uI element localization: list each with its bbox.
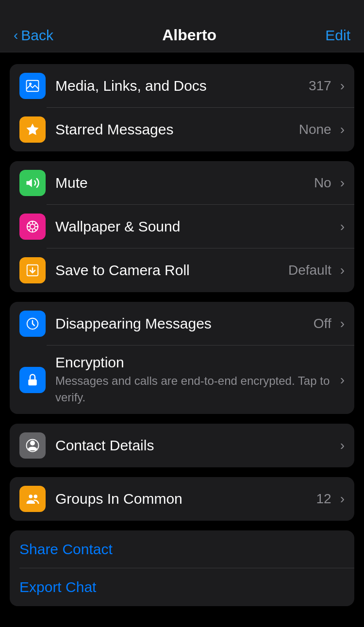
media-links-docs-right: 317 ›	[309, 78, 345, 94]
disappearing-icon	[19, 311, 46, 337]
svg-point-5	[30, 224, 35, 229]
lock-icon	[19, 367, 46, 393]
star-icon	[19, 116, 46, 143]
groups-in-common-content: Groups In Common	[55, 491, 316, 507]
groups-icon	[19, 486, 46, 512]
export-chat-item[interactable]: Export Chat	[10, 568, 354, 606]
disappearing-messages-content: Disappearing Messages	[55, 315, 314, 332]
section-groups-common: Groups In Common 12 ›	[10, 477, 354, 521]
edit-button[interactable]: Edit	[325, 27, 350, 44]
save-camera-roll-label: Save to Camera Roll	[55, 262, 288, 279]
starred-messages-right: None ›	[299, 122, 345, 137]
disappearing-messages-chevron-icon: ›	[340, 316, 345, 331]
encryption-content: Encryption Messages and calls are end-to…	[55, 354, 340, 405]
content-area: Media, Links, and Docs 317 › Starred Mes…	[0, 52, 364, 618]
back-chevron-icon: ‹	[14, 29, 18, 42]
contact-icon	[19, 432, 46, 459]
encryption-right: ›	[340, 372, 345, 388]
media-links-docs-chevron-icon: ›	[340, 78, 345, 94]
starred-messages-chevron-icon: ›	[340, 122, 345, 137]
contact-details-label: Contact Details	[55, 437, 340, 454]
svg-point-20	[29, 495, 33, 498]
disappearing-messages-label: Disappearing Messages	[55, 315, 314, 332]
wallpaper-sound-chevron-icon: ›	[340, 219, 345, 234]
contact-details-right: ›	[340, 438, 345, 453]
groups-in-common-right: 12 ›	[316, 491, 345, 507]
groups-in-common-value: 12	[316, 491, 331, 507]
section-contact-details: Contact Details ›	[10, 424, 354, 467]
encryption-item[interactable]: Encryption Messages and calls are end-to…	[10, 346, 354, 414]
media-links-docs-label: Media, Links, and Docs	[55, 78, 309, 94]
contact-details-chevron-icon: ›	[340, 438, 345, 453]
mute-right: No ›	[314, 175, 345, 191]
share-contact-item[interactable]: Share Contact	[10, 530, 354, 568]
page-title: Alberto	[162, 26, 216, 44]
save-icon	[19, 257, 46, 283]
groups-in-common-item[interactable]: Groups In Common 12 ›	[10, 477, 354, 521]
starred-messages-content: Starred Messages	[55, 121, 299, 138]
save-camera-roll-item[interactable]: Save to Camera Roll Default ›	[10, 248, 354, 292]
svg-marker-2	[27, 124, 39, 135]
mute-value: No	[314, 175, 331, 191]
svg-line-13	[29, 229, 31, 231]
save-camera-roll-right: Default ›	[288, 263, 345, 278]
save-camera-roll-value: Default	[288, 263, 331, 278]
back-button[interactable]: ‹ Back	[14, 27, 53, 44]
encryption-label: Encryption	[55, 354, 340, 371]
mute-label: Mute	[55, 175, 314, 191]
media-icon	[19, 73, 46, 99]
encryption-chevron-icon: ›	[340, 372, 345, 388]
disappearing-messages-item[interactable]: Disappearing Messages Off ›	[10, 302, 354, 346]
export-chat-label: Export Chat	[19, 579, 96, 595]
encryption-sublabel: Messages and calls are end-to-end encryp…	[55, 373, 340, 405]
svg-rect-17	[28, 379, 37, 385]
wallpaper-sound-item[interactable]: Wallpaper & Sound ›	[10, 205, 354, 248]
svg-point-16	[32, 323, 33, 325]
section-mute-wallpaper: Mute No ›	[10, 161, 354, 292]
svg-point-18	[30, 441, 35, 446]
back-label: Back	[21, 27, 53, 44]
svg-line-11	[34, 229, 36, 231]
save-camera-roll-chevron-icon: ›	[340, 263, 345, 278]
contact-details-item[interactable]: Contact Details ›	[10, 424, 354, 467]
wallpaper-sound-right: ›	[340, 219, 345, 234]
disappearing-messages-value: Off	[314, 316, 331, 331]
media-links-docs-content: Media, Links, and Docs	[55, 78, 309, 94]
section-disappearing-encryption: Disappearing Messages Off › Encryption M…	[10, 302, 354, 414]
wallpaper-icon	[19, 214, 46, 240]
wallpaper-sound-content: Wallpaper & Sound	[55, 218, 340, 235]
svg-point-1	[29, 82, 32, 85]
svg-rect-0	[27, 81, 39, 92]
groups-in-common-chevron-icon: ›	[340, 491, 345, 507]
wallpaper-sound-label: Wallpaper & Sound	[55, 218, 340, 235]
svg-marker-3	[27, 179, 32, 187]
section-media-starred: Media, Links, and Docs 317 › Starred Mes…	[10, 64, 354, 151]
mute-item[interactable]: Mute No ›	[10, 161, 354, 205]
navigation-bar: ‹ Back Alberto Edit	[0, 0, 364, 52]
media-links-docs-item[interactable]: Media, Links, and Docs 317 ›	[10, 64, 354, 108]
disappearing-messages-right: Off ›	[314, 316, 345, 331]
save-camera-roll-content: Save to Camera Roll	[55, 262, 288, 279]
groups-in-common-label: Groups In Common	[55, 491, 316, 507]
mute-icon	[19, 170, 46, 196]
share-contact-label: Share Contact	[19, 541, 113, 558]
svg-point-21	[34, 495, 38, 498]
mute-chevron-icon: ›	[340, 175, 345, 191]
section-actions: Share Contact Export Chat	[10, 530, 354, 606]
svg-line-12	[34, 223, 36, 225]
starred-messages-item[interactable]: Starred Messages None ›	[10, 108, 354, 151]
starred-messages-value: None	[299, 122, 331, 137]
contact-details-content: Contact Details	[55, 437, 340, 454]
starred-messages-label: Starred Messages	[55, 121, 299, 138]
mute-content: Mute	[55, 175, 314, 191]
media-links-docs-value: 317	[309, 78, 331, 94]
svg-line-10	[29, 223, 31, 225]
